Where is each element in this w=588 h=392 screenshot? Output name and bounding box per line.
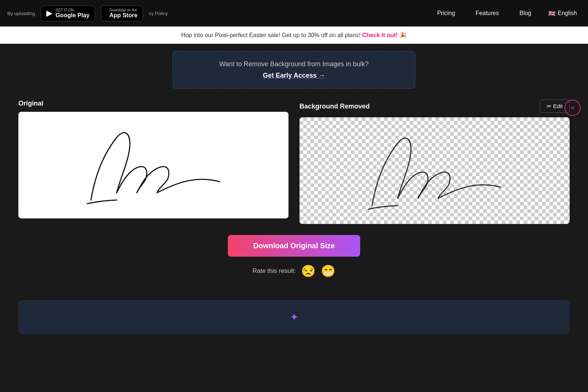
original-panel-header: Original [18,100,288,107]
language-selector[interactable]: 🇬🇧 English [545,10,581,17]
removed-image-container [300,117,570,224]
bulk-banner-wrapper: Want to Remove Background from Images in… [0,44,588,92]
original-panel: Original [18,100,288,224]
removed-panel-header: Background Removed ✏ Edit [300,100,570,113]
nav-pricing[interactable]: Pricing [430,10,462,17]
original-signature [18,112,288,218]
nav-features[interactable]: Features [468,10,506,17]
original-image-container [18,112,288,218]
flag-icon: 🇬🇧 [548,10,556,17]
bulk-banner: Want to Remove Background from Images in… [173,51,415,89]
close-button[interactable]: × [564,100,581,116]
easter-banner-text: Hop into our Pixel-perfect Easter sale! … [181,32,361,38]
bottom-logo-icon: ✦ [290,311,298,323]
bottom-section: ✦ [18,300,570,334]
removed-panel: Background Removed ✏ Edit [300,100,570,224]
main-content: × Original Backgr [0,92,588,293]
rating-section: Rate this result: 😒 😁 [252,264,336,278]
rating-label: Rate this result: [252,267,296,275]
original-label: Original [18,100,43,107]
nav-blog[interactable]: Blog [512,10,538,17]
removed-label: Background Removed [300,103,370,110]
close-icon: × [570,104,575,112]
bad-rating-button[interactable]: 😒 [301,264,316,278]
nav-privacy-text: cy Policy. [149,11,169,16]
check-it-out-link[interactable]: Check it out! [362,32,398,38]
google-play-icon: ▶ [46,8,53,18]
app-store-badge[interactable]: Download on the App Store [101,6,143,21]
top-nav: By uploading ▶ GET IT ON Google Play Dow… [0,0,588,26]
easter-emoji: 🎉 [399,32,407,38]
image-comparison: Original Background Removed ✏ Edit [18,100,570,224]
removed-signature [300,117,570,224]
language-label: English [558,10,577,17]
google-play-sub: GET IT ON [55,8,89,12]
download-section: Download Original Size Rate this result:… [18,235,570,278]
app-store-sub: Download on the [110,8,137,12]
svg-rect-0 [43,112,264,218]
early-access-link[interactable]: Get Early Access [263,72,325,79]
easter-banner: Hop into our Pixel-perfect Easter sale! … [0,26,588,44]
nav-left-text: By uploading [7,11,35,16]
download-button[interactable]: Download Original Size [228,235,360,257]
google-play-badge[interactable]: ▶ GET IT ON Google Play [41,6,95,21]
good-rating-button[interactable]: 😁 [321,264,336,278]
google-play-main: Google Play [55,12,89,19]
app-store-main: App Store [110,12,137,19]
bulk-banner-text: Want to Remove Background from Images in… [188,60,400,68]
